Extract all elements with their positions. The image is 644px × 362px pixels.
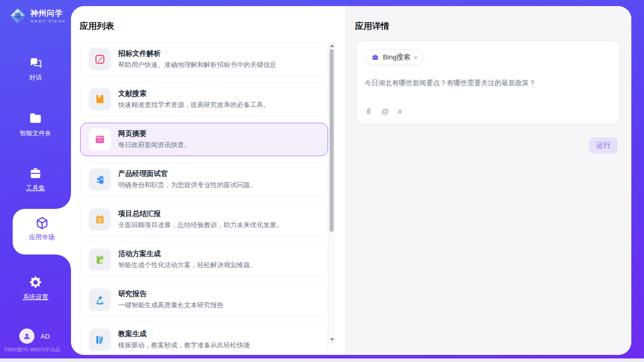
- app-card[interactable]: 招标文件解析 帮助用户快速、准确地理解和解析招标书中的关键信息: [80, 43, 328, 76]
- clipboard-check-icon: [94, 254, 105, 265]
- briefcase-icon: [371, 53, 379, 61]
- webpage-code-icon: </>: [94, 134, 105, 145]
- copyright-footer: ©神州数码·神州问学出品: [4, 346, 71, 353]
- cube-icon: [35, 216, 49, 230]
- app-title: 项目总结汇报: [118, 209, 283, 219]
- app-icon-tile: [89, 329, 111, 351]
- app-title: 教案生成: [118, 330, 250, 339]
- app-detail-panel: 应用详情 Bing搜索 × 今日湖北有哪些新闻要点？有哪些需要关注的最新政策？ …: [346, 6, 631, 355]
- diamond-logo-icon: [9, 7, 26, 24]
- app-title: 活动方案生成: [118, 249, 257, 259]
- prompt-card: Bing搜索 × 今日湖北有哪些新闻要点？有哪些需要关注的最新政策？ @ #: [356, 41, 620, 124]
- sidebar-item-chat[interactable]: 对话: [0, 56, 71, 82]
- brand-logo: 神州问学 Smart Vision: [9, 7, 65, 24]
- hash-icon[interactable]: #: [398, 107, 402, 116]
- app-card[interactable]: 活动方案生成 智能生成个性化活动方案，轻松解决规划难题。: [80, 243, 328, 276]
- toolbox-icon: [28, 166, 43, 180]
- avatar: [19, 329, 34, 344]
- app-title: 文献搜索: [118, 89, 270, 98]
- book-icon: [94, 94, 105, 105]
- prompt-toolbar: @ #: [365, 107, 611, 116]
- app-card[interactable]: 产品经理面试官 明确身份和职责，为您提供专业性的面试问题。: [80, 163, 328, 196]
- sidebar-item-label: 对话: [0, 74, 71, 82]
- main-content: 应用列表 招标文件解析 帮助用户快速、准确地理解和解析招标书中的关键信息: [71, 6, 631, 355]
- app-icon-tile: [89, 288, 111, 311]
- app-list-panel: 应用列表 招标文件解析 帮助用户快速、准确地理解和解析招标书中的关键信息: [71, 6, 346, 355]
- sidebar-item-label: 系统设置: [0, 293, 71, 302]
- user-initials: AD: [41, 333, 50, 340]
- sidebar-item-smart-folder[interactable]: 智能文件夹: [0, 112, 71, 138]
- app-icon-tile: [89, 168, 111, 191]
- app-list-scrollbar[interactable]: [329, 42, 335, 344]
- chat-icon: [28, 56, 43, 70]
- sidebar-item-label: 应用市场: [13, 233, 71, 242]
- close-icon[interactable]: ×: [414, 54, 418, 61]
- app-icon-tile: [89, 248, 111, 271]
- tender-edit-icon: [94, 54, 105, 65]
- app-description: 帮助用户快速、准确地理解和解析招标书中的关键信息: [118, 60, 276, 69]
- app-title: 产品经理面试官: [118, 169, 257, 178]
- microscope-icon: [94, 294, 105, 305]
- books-icon: [94, 334, 105, 345]
- app-list-title: 应用列表: [80, 20, 114, 32]
- app-description: 快速精准查找学术资源，提高研究效率的必备工具。: [118, 100, 270, 110]
- app-icon-tile: [89, 88, 111, 111]
- app-description: 每日政府新闻资讯快查。: [118, 140, 191, 150]
- sidebar: 神州问学 Smart Vision 对话 智能文件夹 工具集 应用市场: [0, 0, 71, 362]
- sidebar-item-label: 工具集: [0, 184, 71, 193]
- app-card[interactable]: 研究报告 一键智能生成高质量长文本研究报告: [80, 283, 328, 316]
- window-bottom-strip: [0, 358, 644, 362]
- scroll-down-arrow-icon[interactable]: [330, 338, 334, 341]
- mention-at-icon[interactable]: @: [381, 107, 389, 116]
- app-list: 招标文件解析 帮助用户快速、准确地理解和解析招标书中的关键信息 文献搜索 快速精…: [80, 43, 328, 355]
- app-card[interactable]: 文献搜索 快速精准查找学术资源，提高研究效率的必备工具。: [80, 83, 328, 116]
- scrollbar-thumb[interactable]: [330, 49, 334, 232]
- sidebar-item-label: 智能文件夹: [0, 129, 71, 138]
- run-button[interactable]: 运行: [589, 137, 618, 154]
- app-description: 明确身份和职责，为您提供专业性的面试问题。: [118, 180, 257, 190]
- app-icon-tile: [89, 208, 111, 231]
- app-description: 全面回顾项目进展，总结经验教训，助力未来优化发展。: [118, 221, 283, 230]
- prompt-text-input[interactable]: 今日湖北有哪些新闻要点？有哪些需要关注的最新政策？: [365, 79, 611, 88]
- paperclip-icon[interactable]: [365, 107, 373, 116]
- app-description: 一键智能生成高质量长文本研究报告: [118, 301, 224, 310]
- sidebar-item-settings[interactable]: 系统设置: [0, 275, 71, 302]
- app-card[interactable]: 项目总结汇报 全面回顾项目进展，总结经验教训，助力未来优化发展。: [80, 203, 328, 236]
- app-icon-tile: </>: [89, 128, 111, 151]
- brand-subtitle: Smart Vision: [30, 19, 65, 23]
- svg-text:</>: </>: [97, 138, 103, 142]
- app-description: 模板驱动，教案秒成，教学准备从此轻松快捷: [118, 341, 250, 350]
- interview-doc-icon: [94, 174, 105, 185]
- brand-name: 神州问学: [30, 9, 65, 18]
- app-description: 智能生成个性化活动方案，轻松解决规划难题。: [118, 261, 257, 270]
- sidebar-item-toolset[interactable]: 工具集: [0, 166, 71, 193]
- tool-tag-label: Bing搜索: [383, 53, 410, 62]
- folder-icon: [28, 112, 43, 126]
- app-title: 招标文件解析: [118, 49, 276, 58]
- sidebar-item-app-market-active[interactable]: 应用市场: [13, 209, 71, 255]
- app-title: 网页摘要: [118, 129, 191, 138]
- user-icon: [22, 332, 31, 341]
- tool-tag-bing-search[interactable]: Bing搜索 ×: [365, 49, 424, 65]
- app-detail-title: 应用详情: [355, 20, 389, 32]
- app-card-selected[interactable]: </> 网页摘要 每日政府新闻资讯快查。: [80, 123, 328, 156]
- user-account[interactable]: AD: [19, 329, 50, 344]
- scroll-up-arrow-icon[interactable]: [330, 44, 334, 47]
- gear-icon: [28, 275, 43, 289]
- app-card[interactable]: 教案生成 模板驱动，教案秒成，教学准备从此轻松快捷: [80, 323, 328, 355]
- app-icon-tile: [89, 48, 111, 70]
- app-title: 研究报告: [118, 289, 224, 299]
- report-note-icon: [94, 214, 105, 225]
